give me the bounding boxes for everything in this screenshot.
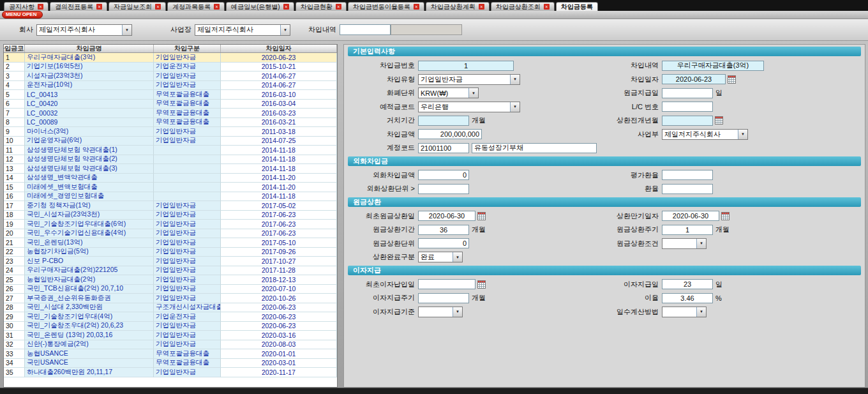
table-row[interactable]: 24우리구매자금대출(2억)221205기업일반자금2017-11-28 bbox=[4, 266, 337, 276]
table-row[interactable]: 30국민_기술창조우대(2억) 20,6,23기업일반자금2020-06-23 bbox=[4, 322, 337, 331]
fx-repay-unit-input[interactable] bbox=[418, 184, 469, 194]
repay-complete-select[interactable]: 완료▼ bbox=[418, 252, 463, 262]
table-row[interactable]: 15미래에셋_변액보험대출2014-11-20 bbox=[4, 183, 337, 192]
first-interest-date-input[interactable] bbox=[418, 279, 475, 289]
table-row[interactable]: 32신한(-)통장예금(2억)기업일반자금2020-08-03 bbox=[4, 340, 337, 350]
table-row[interactable]: 20국민_우수기술기업신용대출(4억)기업일반자금2017-06-23 bbox=[4, 229, 337, 239]
table-row[interactable]: 23신보 P-CBO기업일반자금2017-10-27 bbox=[4, 257, 337, 266]
table-row[interactable]: 8LC_00089무역포괄금융대출2016-03-21 bbox=[4, 118, 337, 128]
table-row[interactable]: 35하나대출260백만원 20,11,17기업일반자금2020-11-17 bbox=[4, 368, 337, 377]
calendar-icon[interactable] bbox=[721, 212, 730, 220]
company-select[interactable]: 제일저지주식회사 ▼ bbox=[36, 24, 132, 36]
table-row[interactable]: 5LC_00413무역포괄금융대출2016-03-10 bbox=[4, 90, 337, 100]
calendar-icon[interactable] bbox=[477, 212, 486, 220]
table-row[interactable]: 19국민_기술창조기업우대대출(6억)기업일반자금2017-06-23 bbox=[4, 220, 337, 229]
tab-차입금상환조회[interactable]: 차입금상환조회× bbox=[491, 2, 555, 11]
table-row[interactable]: 31국민_온렌딩 (13억) 20,03,16기업일반자금2020-03-16 bbox=[4, 331, 337, 340]
tab-계정과목등록[interactable]: 계정과목등록× bbox=[167, 2, 225, 11]
principal-condition-select[interactable]: ▼ bbox=[662, 238, 707, 249]
chevron-down-icon[interactable]: ▼ bbox=[453, 252, 462, 262]
tab-공지사항[interactable]: 공지사항× bbox=[4, 2, 49, 11]
tab-close-icon[interactable]: × bbox=[38, 4, 43, 10]
chevron-down-icon[interactable]: ▼ bbox=[696, 239, 706, 248]
chevron-down-icon[interactable]: ▼ bbox=[122, 25, 131, 35]
calendar-icon[interactable] bbox=[477, 280, 486, 289]
table-row[interactable]: 28국민_시설대 2,330백만원구조개선시설자금대출2020-06-23 bbox=[4, 303, 337, 313]
calendar-icon[interactable] bbox=[715, 116, 723, 125]
account-name-input[interactable] bbox=[472, 143, 597, 153]
table-row[interactable]: 13삼성생명단체보험 약관대출(3)2014-11-18 bbox=[4, 164, 337, 174]
loan-amount-input[interactable] bbox=[418, 129, 482, 139]
loan-no-input[interactable] bbox=[418, 61, 514, 71]
tab-차입금등록[interactable]: 차입금등록 bbox=[556, 2, 598, 11]
principal-period-input[interactable] bbox=[418, 225, 469, 235]
table-row[interactable]: 12삼성생명단체보험 약관대출(2)2014-11-18 bbox=[4, 155, 337, 165]
account-code-input[interactable] bbox=[418, 143, 469, 153]
loan-desc-input[interactable] bbox=[662, 61, 764, 71]
table-row[interactable]: 22농협장기차입금(5억)기업일반자금2017-09-26 bbox=[4, 248, 337, 257]
tab-자금일보조회[interactable]: 자금일보조회× bbox=[108, 2, 166, 11]
tab-close-icon[interactable]: × bbox=[214, 4, 220, 10]
day-count-method-select[interactable]: ▼ bbox=[662, 307, 707, 317]
tab-차입금상환계획[interactable]: 차입금상환계획× bbox=[426, 2, 490, 11]
tab-예금일보(은행별)[interactable]: 예금일보(은행별)× bbox=[226, 2, 294, 11]
tab-close-icon[interactable]: × bbox=[336, 4, 341, 10]
repay-base-month-input[interactable] bbox=[662, 116, 713, 126]
tab-close-icon[interactable]: × bbox=[544, 4, 550, 10]
table-row[interactable]: 14삼성생명_변액약관대출2014-11-20 bbox=[4, 174, 337, 183]
table-row[interactable]: 33농협USANCE무역포괄금융대출2020-01-01 bbox=[4, 349, 337, 359]
table-row[interactable]: 21국민_온렌딩(13억)기업일반자금2017-05-10 bbox=[4, 238, 337, 248]
tab-close-icon[interactable]: × bbox=[96, 4, 102, 10]
table-row[interactable]: 26국민_TCB신용대출(2억) 20,7,10기업일반자금2020-07-10 bbox=[4, 285, 337, 294]
chevron-down-icon[interactable]: ▼ bbox=[468, 88, 478, 98]
table-row[interactable]: 9마이너스(3억)기업일반자금2011-03-18 bbox=[4, 127, 337, 137]
chevron-down-icon[interactable]: ▼ bbox=[453, 307, 462, 317]
principal-cycle-input[interactable] bbox=[662, 225, 713, 235]
table-row[interactable]: 7LC_00032무역포괄금융대출2016-03-23 bbox=[4, 109, 337, 118]
chevron-down-icon[interactable]: ▼ bbox=[510, 75, 520, 84]
loan-desc-filter-input[interactable] bbox=[340, 24, 391, 35]
interest-rate-input[interactable] bbox=[662, 293, 713, 303]
tab-close-icon[interactable]: × bbox=[155, 4, 161, 10]
tab-close-icon[interactable]: × bbox=[283, 4, 289, 10]
table-row[interactable]: 11삼성생명단체보험 약관대출(1)2014-11-18 bbox=[4, 146, 337, 155]
principal-pay-day-input[interactable] bbox=[662, 88, 713, 98]
table-row[interactable]: 17중기청 정책자금(1억)기업일반자금2017-05-02 bbox=[4, 201, 337, 211]
site-select[interactable]: 제일저지주식회사 ▼ bbox=[195, 24, 290, 36]
grace-period-input[interactable] bbox=[418, 116, 469, 126]
principal-unit-input[interactable] bbox=[418, 238, 469, 248]
deposit-code-select[interactable]: 우리은행▼ bbox=[418, 102, 520, 112]
interest-cycle-input[interactable] bbox=[418, 293, 469, 303]
table-row[interactable]: 10기업운영자금(6억)기업일반자금2014-07-25 bbox=[4, 137, 337, 146]
chevron-down-icon[interactable]: ▼ bbox=[280, 25, 290, 35]
interest-basis-select[interactable]: ▼ bbox=[418, 307, 463, 317]
table-row[interactable]: 16미래에셋_경영인보험대출2014-11-18 bbox=[4, 192, 337, 202]
table-row[interactable]: 18국민_시설자금(23억3천)기업일반자금2017-06-23 bbox=[4, 211, 337, 220]
table-row[interactable]: 2기업기보(16억5천)기업운전자금2015-10-21 bbox=[4, 63, 337, 72]
table-row[interactable]: 29국민_기술창조기업우대(4억)기업운전자금2020-06-23 bbox=[4, 312, 337, 322]
currency-unit-select[interactable]: KRW(₩)▼ bbox=[418, 87, 479, 98]
tab-close-icon[interactable]: × bbox=[414, 4, 419, 10]
first-principal-date-input[interactable] bbox=[418, 211, 475, 221]
table-row[interactable]: 6LC_00420무역포괄금융대출2016-03-04 bbox=[4, 100, 337, 109]
loan-type-select[interactable]: 기업일반자금▼ bbox=[418, 74, 520, 85]
tab-결의전표등록[interactable]: 결의전표등록× bbox=[50, 2, 107, 11]
tab-차입금변동이율등록[interactable]: 차입금변동이율등록× bbox=[348, 2, 424, 11]
eval-exchange-rate-input[interactable] bbox=[662, 170, 713, 180]
table-row[interactable]: 27부국증권_선순위유동화증권기업일반자금2020-10-26 bbox=[4, 294, 337, 303]
table-row[interactable]: 1우리구매자금대출(3억)기업일반자금2020-06-23 bbox=[4, 53, 337, 63]
lc-number-input[interactable] bbox=[662, 102, 713, 112]
division-select[interactable]: 제일저지주식회사▼ bbox=[662, 129, 748, 140]
table-row[interactable]: 4운전자금(10억)기업일반자금2014-06-27 bbox=[4, 81, 337, 91]
calendar-icon[interactable] bbox=[728, 75, 736, 84]
chevron-down-icon[interactable]: ▼ bbox=[510, 102, 520, 112]
interest-pay-day-input[interactable] bbox=[662, 279, 713, 289]
exchange-rate-input[interactable] bbox=[662, 184, 713, 194]
tab-close-icon[interactable]: × bbox=[479, 4, 484, 10]
tab-차입금현황[interactable]: 차입금현황× bbox=[296, 2, 347, 11]
menu-open-button[interactable]: MENU OPEN bbox=[2, 11, 43, 19]
fx-loan-amount-input[interactable] bbox=[418, 170, 469, 180]
chevron-down-icon[interactable]: ▼ bbox=[738, 130, 747, 139]
table-row[interactable]: 25농협일반자금대출(2억)기업일반자금2018-12-13 bbox=[4, 275, 337, 285]
table-row[interactable]: 34국민USANCE무역포괄금융대출2020-03-01 bbox=[4, 359, 337, 368]
